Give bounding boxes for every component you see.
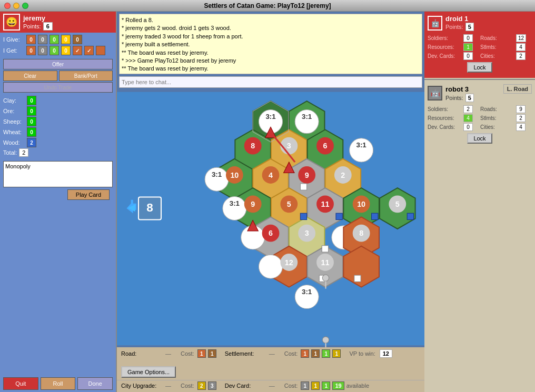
give-wheat[interactable]: 0 (61, 35, 71, 44)
maximize-button[interactable] (22, 3, 28, 9)
quit-button[interactable]: Quit (3, 377, 38, 390)
dev-card-monopoly[interactable]: Monopoly (5, 163, 111, 169)
svg-text:3:1: 3:1 (302, 113, 312, 120)
opp2-roads-value: 9 (516, 105, 526, 113)
clear-button[interactable]: Clear (3, 71, 57, 81)
chat-input[interactable] (119, 76, 422, 88)
resources-section: Clay: 0 Ore: 0 Sheep: 0 Wheat: 0 Wood: 2… (0, 94, 116, 159)
give-sheep[interactable]: 0 (49, 35, 59, 44)
minimize-button[interactable] (13, 3, 19, 9)
player-points: 6 (43, 22, 53, 31)
trade-buttons: Offer (0, 59, 116, 69)
dev-cost-label: Dev Card: (225, 383, 267, 389)
opp2-soldiers-label: Soldiers: (428, 106, 462, 112)
opp1-cities-label: Cities: (480, 53, 514, 59)
get-any[interactable]: ✓ (84, 46, 94, 55)
player-header: 😀 jeremy Points: 6 (0, 12, 116, 33)
svg-text:10: 10 (230, 171, 239, 179)
opp1-resources-value: 1 (463, 43, 473, 51)
opp1-roads-label: Roads: (480, 35, 514, 41)
get-ore[interactable]: 0 (38, 46, 47, 55)
chat-line-3: * jeremy traded 3 wood for 1 sheep from … (122, 33, 420, 41)
get-sheep[interactable]: 0 (49, 46, 59, 55)
city-dash: — (165, 383, 179, 389)
svg-text:11: 11 (321, 200, 330, 208)
i-get-label: I Get: (3, 47, 24, 54)
get-clay[interactable]: 0 (26, 46, 36, 55)
opp2-resources-label: Resources: (428, 115, 462, 121)
opp1-roads-value: 12 (516, 34, 526, 42)
svg-text:8: 8 (359, 229, 363, 237)
close-button[interactable] (4, 3, 11, 9)
chat-line-5: ** The board was reset by jeremy. (122, 49, 420, 57)
chat-line-2: * jeremy gets 2 wood. droid 1 gets 3 woo… (122, 24, 420, 32)
get-wood[interactable]: ✓ (73, 46, 82, 55)
avatar-emoji: 😀 (6, 16, 17, 28)
play-card-button[interactable]: Play Card (67, 189, 110, 200)
sheep-count: 0 (27, 117, 36, 126)
opp1-stlmts-row: Stlmts: 4 (480, 43, 532, 51)
sheep-label: Sheep: (3, 118, 27, 125)
bank-port-button[interactable]: Bank/Port (59, 71, 113, 81)
opp1-devcards-value: 0 (463, 52, 473, 60)
opp2-lock-button[interactable]: Lock (467, 133, 492, 144)
settlement-dash: — (269, 350, 282, 357)
opp1-stlmts-label: Stlmts: (480, 44, 514, 50)
city-cost-label: City Upgrade: (121, 383, 163, 389)
window-title: Settlers of Catan Game: PlayTo12 [jeremy… (204, 2, 331, 9)
svg-rect-60 (372, 213, 378, 219)
game-options-button[interactable]: Game Options... (121, 366, 176, 378)
city-ore-box: 3 (208, 381, 216, 390)
city-wheat-box: 2 (197, 381, 206, 390)
opp2-devcards-label: Dev. Cards: (428, 124, 462, 130)
svg-point-44 (259, 255, 282, 278)
vp-value: 12 (380, 349, 392, 358)
opponent1-points-label: Points: (445, 24, 463, 30)
opp1-lock-button[interactable]: Lock (467, 62, 492, 73)
board-area: 3:1 3:1 8 3 6 3:1 3:1 (117, 90, 424, 347)
chat-line-4: * jeremy built a settlement. (122, 41, 420, 48)
give-clay[interactable]: 0 (26, 35, 36, 44)
road-cost-row: Road: — Cost: 1 1 (121, 349, 216, 358)
total-count: 2 (19, 148, 28, 157)
done-button[interactable]: Done (77, 377, 113, 390)
game-board[interactable]: 3:1 3:1 8 3 6 3:1 3:1 (117, 90, 424, 347)
dev-cost-text: Cost: (284, 383, 298, 389)
dev-card-list: Monopoly (3, 161, 113, 187)
opponent1-stats: Soldiers: 0 Roads: 12 Resources: 1 Stlmt… (428, 34, 532, 60)
offer-button[interactable]: Offer (3, 59, 113, 69)
opp2-soldiers-row: Soldiers: 2 (428, 105, 479, 113)
svg-text:8: 8 (146, 201, 153, 214)
dev-dash: — (269, 383, 282, 389)
chat-log: * Rolled a 8. * jeremy gets 2 wood. droi… (119, 14, 422, 74)
window-controls[interactable] (4, 3, 28, 9)
opp2-cities-value: 4 (516, 123, 526, 131)
opponent2-points: 5 (465, 94, 474, 102)
dev-sheep-box: 1 (322, 381, 330, 390)
give-wood[interactable]: 0 (73, 35, 82, 44)
settlement-sheep-box: 1 (322, 349, 330, 358)
i-give-label: I Give: (3, 36, 24, 43)
svg-text:9: 9 (251, 200, 255, 208)
road-cost-label: Road: (121, 350, 163, 357)
opponent1-block: 🤖 droid 1 Points: 5 Soldiers: 0 Roads: 1… (424, 12, 535, 78)
roll-button[interactable]: Roll (41, 377, 76, 390)
road-cost-text: Cost: (181, 350, 194, 357)
opp1-stlmts-value: 4 (516, 43, 526, 51)
get-extra[interactable] (96, 46, 105, 55)
opp1-devcards-label: Dev. Cards: (428, 53, 462, 59)
give-ore[interactable]: 0 (38, 35, 47, 44)
svg-text:8: 8 (251, 142, 255, 150)
opponent1-info: droid 1 Points: 5 (445, 15, 474, 31)
opponent2-name: robot 3 (445, 85, 469, 93)
svg-text:9: 9 (305, 171, 309, 179)
undo-trade-button[interactable]: Undo Trade (3, 82, 113, 93)
build-costs-row2: City Upgrade: — Cost: 2 3 Dev Card: — Co… (117, 380, 424, 392)
get-wheat[interactable]: 0 (61, 46, 71, 55)
dev-available-count: 19 (332, 381, 344, 390)
avatar: 😀 (3, 14, 20, 31)
player-name: jeremy (23, 14, 53, 22)
action-buttons: Quit Roll Done (0, 375, 116, 392)
opp2-devcards-value: 0 (463, 123, 473, 131)
opponent2-stats: Soldiers: 2 Roads: 9 Resources: 4 Stlmts… (428, 105, 532, 131)
